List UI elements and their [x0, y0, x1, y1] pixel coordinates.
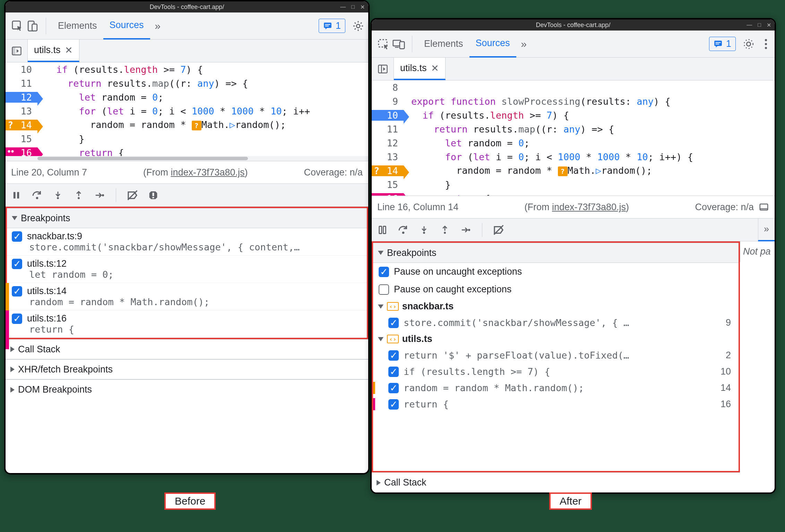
close-window-icon[interactable]: ✕: [360, 4, 365, 10]
line-number[interactable]: 9: [372, 96, 404, 107]
line-number[interactable]: 13: [6, 106, 37, 117]
step-into-icon[interactable]: [417, 223, 431, 237]
coverage-icon[interactable]: [759, 202, 769, 212]
checkbox-on-icon[interactable]: ✓: [12, 286, 22, 297]
checkbox-on-icon[interactable]: ✓: [12, 314, 22, 324]
more-tabs-icon[interactable]: »: [150, 18, 165, 34]
pause-uncaught-option[interactable]: ✓ Pause on uncaught exceptions: [373, 263, 739, 281]
horizontal-scrollbar[interactable]: [6, 156, 368, 161]
minimize-icon[interactable]: —: [340, 4, 346, 10]
checkbox-on-icon[interactable]: ✓: [388, 367, 399, 377]
tab-elements[interactable]: Elements: [418, 31, 469, 58]
close-window-icon[interactable]: ✕: [767, 22, 771, 28]
pause-icon[interactable]: [9, 188, 24, 203]
more-tabs-icon[interactable]: »: [516, 36, 532, 52]
code-line[interactable]: 10 if (results.length >= 7) {: [372, 108, 775, 122]
deactivate-breakpoints-icon[interactable]: [491, 223, 506, 237]
code-line[interactable]: 8: [372, 80, 775, 94]
checkbox-on-icon[interactable]: ✓: [388, 318, 399, 328]
tab-sources[interactable]: Sources: [469, 31, 516, 58]
checkbox-on-icon[interactable]: ✓: [12, 259, 22, 269]
breakpoint-item[interactable]: ✓store.commit('snackbar/showMessage', { …: [373, 315, 739, 331]
breakpoint-item[interactable]: ✓utils.ts:14random = random * Math.rando…: [7, 283, 367, 310]
code-line[interactable]: 15 }: [372, 178, 775, 191]
code-line[interactable]: 12 let random = 0;: [372, 136, 775, 150]
navigator-toggle-icon[interactable]: [372, 58, 394, 80]
breakpoint-item[interactable]: ✓return {16: [373, 396, 739, 412]
line-number[interactable]: 12: [372, 138, 404, 148]
deactivate-breakpoints-icon[interactable]: [125, 188, 140, 203]
code-line[interactable]: 14? random = random * ?Math.▷random();: [6, 118, 368, 132]
line-number[interactable]: 14?: [6, 120, 37, 130]
checkbox-on-icon[interactable]: ✓: [388, 350, 399, 361]
breakpoint-item[interactable]: ✓snackbar.ts:9store.commit('snackbar/sho…: [7, 228, 367, 256]
line-number[interactable]: 13: [372, 152, 404, 162]
maximize-icon[interactable]: □: [351, 4, 355, 10]
checkbox-on-icon[interactable]: ✓: [379, 267, 389, 277]
step-into-icon[interactable]: [51, 188, 65, 203]
inspect-icon[interactable]: [10, 18, 25, 34]
file-tab-utils[interactable]: utils.ts ✕: [28, 40, 79, 62]
console-messages-badge[interactable]: 1: [709, 37, 736, 51]
breakpoint-item[interactable]: ✓utils.ts:16return {: [7, 310, 367, 338]
maximize-icon[interactable]: □: [758, 22, 761, 28]
breakpoint-item[interactable]: ✓if (results.length >= 7) {10: [373, 363, 739, 380]
code-line[interactable]: 16•• return {: [6, 146, 368, 156]
line-number[interactable]: 16••: [6, 147, 37, 156]
code-line[interactable]: 13 for (let i = 0; i < 1000 * 1000 * 10;…: [372, 150, 775, 164]
settings-icon[interactable]: [352, 20, 364, 32]
code-line[interactable]: 14? random = random * ?Math.▷random();: [372, 164, 775, 178]
checkbox-on-icon[interactable]: ✓: [12, 231, 22, 242]
breakpoint-item[interactable]: ✓random = random * Math.random();14: [373, 380, 739, 396]
navigator-toggle-icon[interactable]: [6, 40, 28, 62]
code-line[interactable]: 9export function slowProcessing(results:…: [372, 94, 775, 108]
line-number[interactable]: 12: [6, 92, 37, 103]
file-tab-utils[interactable]: utils.ts ✕: [394, 58, 446, 80]
source-map-link[interactable]: index-73f73a80.js: [171, 167, 244, 178]
code-line[interactable]: 10 if (results.length >= 7) {: [6, 62, 368, 76]
checkbox-on-icon[interactable]: ✓: [388, 399, 399, 410]
breakpoint-group-header[interactable]: ‹›snackbar.ts: [373, 298, 739, 315]
inspect-icon[interactable]: [376, 36, 391, 52]
code-editor[interactable]: 89export function slowProcessing(results…: [372, 80, 775, 196]
code-line[interactable]: 11 return results.map((r: any) => {: [6, 76, 368, 90]
dom-breakpoints-header[interactable]: DOM Breakpoints: [6, 379, 368, 400]
step-out-icon[interactable]: [71, 188, 86, 203]
pause-icon[interactable]: [375, 223, 390, 237]
line-number[interactable]: 14?: [372, 165, 404, 176]
step-over-icon[interactable]: [30, 188, 44, 203]
breakpoints-header[interactable]: Breakpoints: [373, 243, 739, 263]
close-tab-icon[interactable]: ✕: [431, 63, 439, 74]
line-number[interactable]: 15: [372, 179, 404, 190]
pause-caught-option[interactable]: Pause on caught exceptions: [373, 281, 739, 298]
code-line[interactable]: 16•• return {: [372, 191, 775, 196]
step-icon[interactable]: [92, 188, 107, 203]
breakpoint-item[interactable]: ✓utils.ts:12let random = 0;: [7, 256, 367, 283]
call-stack-header[interactable]: Call Stack: [6, 339, 368, 359]
step-over-icon[interactable]: [396, 223, 411, 237]
line-number[interactable]: 16••: [372, 193, 404, 196]
more-menu-icon[interactable]: [761, 38, 770, 50]
xhr-breakpoints-header[interactable]: XHR/fetch Breakpoints: [6, 359, 368, 379]
checkbox-off-icon[interactable]: [379, 284, 389, 295]
code-line[interactable]: 15 }: [6, 132, 368, 146]
step-out-icon[interactable]: [438, 223, 452, 237]
checkbox-on-icon[interactable]: ✓: [388, 383, 399, 393]
line-number[interactable]: 10: [372, 110, 404, 121]
device-toggle-icon[interactable]: [391, 36, 406, 52]
pause-exceptions-icon[interactable]: [146, 188, 161, 203]
tab-elements[interactable]: Elements: [52, 12, 103, 40]
call-stack-header[interactable]: Call Stack: [372, 472, 740, 492]
breakpoint-group-header[interactable]: ‹›utils.ts: [373, 331, 739, 347]
line-number[interactable]: 8: [372, 82, 404, 93]
tab-sources[interactable]: Sources: [103, 12, 150, 40]
device-toggle-icon[interactable]: [25, 18, 40, 34]
line-number[interactable]: 11: [6, 78, 37, 89]
code-editor[interactable]: 10 if (results.length >= 7) {11 return r…: [6, 62, 368, 156]
console-messages-badge[interactable]: 1: [319, 19, 345, 33]
source-map-link[interactable]: index-73f73a80.js: [552, 202, 626, 212]
close-tab-icon[interactable]: ✕: [65, 45, 73, 56]
code-line[interactable]: 13 for (let i = 0; i < 1000 * 1000 * 10;…: [6, 104, 368, 118]
code-line[interactable]: 11 return results.map((r: any) => {: [372, 122, 775, 136]
code-line[interactable]: 12 let random = 0;: [6, 90, 368, 104]
